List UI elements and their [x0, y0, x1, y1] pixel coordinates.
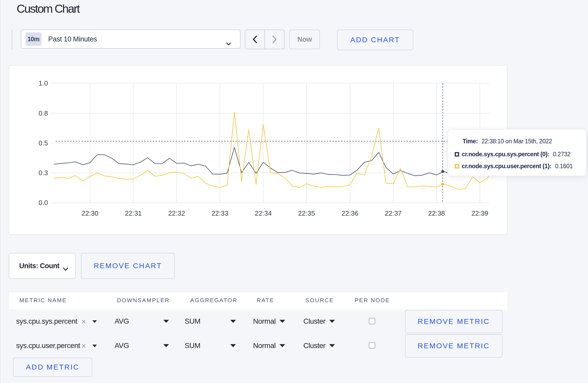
svg-text:22:33: 22:33 — [212, 209, 228, 217]
svg-text:22:35: 22:35 — [298, 209, 315, 217]
svg-text:22:37: 22:37 — [385, 209, 402, 217]
svg-text:22:30: 22:30 — [81, 209, 98, 217]
svg-text:22:39: 22:39 — [471, 209, 488, 217]
svg-text:22:31: 22:31 — [125, 209, 142, 217]
svg-text:22:34: 22:34 — [255, 209, 272, 217]
svg-text:22:36: 22:36 — [341, 209, 358, 217]
svg-text:0.0: 0.0 — [39, 199, 48, 207]
svg-text:0.5: 0.5 — [39, 139, 48, 147]
svg-text:0.8: 0.8 — [39, 109, 48, 117]
svg-text:1.0: 1.0 — [39, 79, 48, 87]
svg-text:22:32: 22:32 — [168, 209, 185, 217]
svg-text:22:38: 22:38 — [428, 209, 445, 217]
svg-text:0.3: 0.3 — [39, 169, 48, 177]
